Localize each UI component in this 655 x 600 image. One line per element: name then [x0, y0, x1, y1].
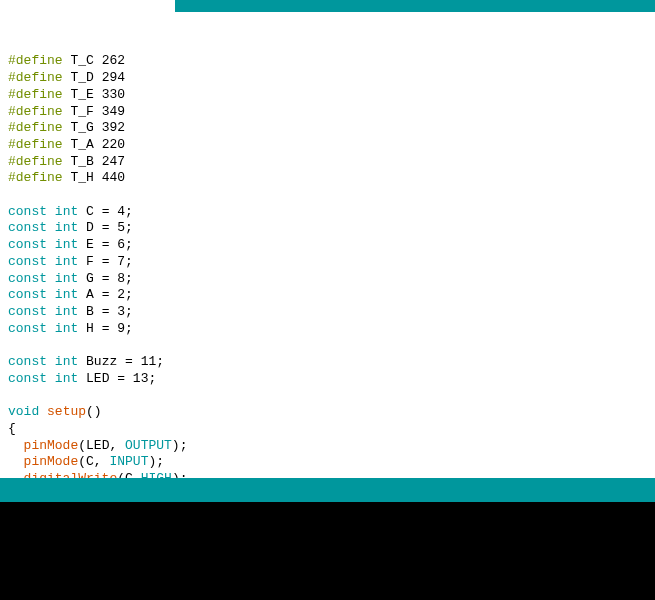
var-value: 7	[117, 254, 125, 269]
keyword: const	[8, 321, 47, 336]
preproc-keyword: #define	[8, 170, 63, 185]
code-line: const int H = 9;	[8, 321, 647, 338]
paren: )	[172, 471, 180, 478]
var-value: 11	[141, 354, 157, 369]
op: =	[94, 304, 117, 319]
op: =	[94, 321, 117, 336]
builtin-fn: pinMode	[24, 454, 79, 469]
macro-name: T_G	[70, 120, 93, 135]
macro-name: T_D	[70, 70, 93, 85]
arg: LED	[86, 438, 109, 453]
var-name: C	[86, 204, 94, 219]
semi: ;	[125, 271, 133, 286]
semi: ;	[180, 438, 188, 453]
var-name: LED	[86, 371, 109, 386]
semi: ;	[125, 254, 133, 269]
var-value: 6	[117, 237, 125, 252]
paren: )	[94, 404, 102, 419]
preproc-keyword: #define	[8, 104, 63, 119]
keyword: int	[55, 304, 78, 319]
indent	[8, 454, 24, 469]
code-line: const int C = 4;	[8, 204, 647, 221]
keyword: int	[55, 371, 78, 386]
var-name: B	[86, 304, 94, 319]
indent	[8, 438, 24, 453]
code-line: const int B = 3;	[8, 304, 647, 321]
macro-name: T_B	[70, 154, 93, 169]
macro-name: T_E	[70, 87, 93, 102]
builtin-fn: digitalWrite	[24, 471, 118, 478]
active-tab[interactable]	[0, 0, 175, 12]
code-line: const int G = 8;	[8, 271, 647, 288]
comma: ,	[109, 438, 125, 453]
var-name: Buzz	[86, 354, 117, 369]
semi: ;	[156, 454, 164, 469]
code-line: #define T_A 220	[8, 137, 647, 154]
var-value: 2	[117, 287, 125, 302]
macro-value: 440	[102, 170, 125, 185]
arg: C	[86, 454, 94, 469]
code-line: const int Buzz = 11;	[8, 354, 647, 371]
keyword: const	[8, 271, 47, 286]
arg: HIGH	[141, 471, 172, 478]
code-line: void setup()	[8, 404, 647, 421]
keyword: const	[8, 354, 47, 369]
semi: ;	[125, 304, 133, 319]
keyword: void	[8, 404, 39, 419]
macro-name: T_C	[70, 53, 93, 68]
keyword: const	[8, 287, 47, 302]
blank-line	[8, 37, 647, 54]
indent	[8, 471, 24, 478]
op: =	[94, 287, 117, 302]
code-line: #define T_C 262	[8, 53, 647, 70]
macro-name: T_H	[70, 170, 93, 185]
paren: (	[78, 438, 86, 453]
var-name: D	[86, 220, 94, 235]
keyword: const	[8, 204, 47, 219]
code-line: digitalWrite(C,HIGH);	[8, 471, 647, 478]
code-line: #define T_D 294	[8, 70, 647, 87]
preproc-keyword: #define	[8, 87, 63, 102]
code-line: #define T_H 440	[8, 170, 647, 187]
code-line: #define T_E 330	[8, 87, 647, 104]
keyword: int	[55, 204, 78, 219]
paren: (	[86, 404, 94, 419]
console-panel[interactable]	[0, 502, 655, 600]
builtin-fn: pinMode	[24, 438, 79, 453]
preproc-keyword: #define	[8, 137, 63, 152]
preproc-keyword: #define	[8, 53, 63, 68]
semi: ;	[180, 471, 188, 478]
keyword: int	[55, 254, 78, 269]
op: =	[94, 220, 117, 235]
keyword: int	[55, 220, 78, 235]
op: =	[117, 354, 140, 369]
status-bar	[0, 478, 655, 502]
tab-bar	[0, 0, 655, 12]
macro-value: 220	[102, 137, 125, 152]
semi: ;	[125, 237, 133, 252]
comma: ,	[94, 454, 110, 469]
code-line: const int D = 5;	[8, 220, 647, 237]
var-name: H	[86, 321, 94, 336]
arg: C	[125, 471, 133, 478]
blank-line	[8, 187, 647, 204]
code-line: {	[8, 421, 647, 438]
comma: ,	[133, 471, 141, 478]
function-name: setup	[47, 404, 86, 419]
brace: {	[8, 421, 16, 436]
macro-value: 392	[102, 120, 125, 135]
op: =	[94, 254, 117, 269]
paren: (	[78, 454, 86, 469]
code-line: pinMode(LED, OUTPUT);	[8, 438, 647, 455]
keyword: const	[8, 237, 47, 252]
code-editor[interactable]: #define T_C 262 #define T_D 294 #define …	[0, 12, 655, 478]
semi: ;	[148, 371, 156, 386]
semi: ;	[156, 354, 164, 369]
macro-name: T_F	[70, 104, 93, 119]
semi: ;	[125, 287, 133, 302]
var-value: 13	[133, 371, 149, 386]
var-value: 8	[117, 271, 125, 286]
keyword: int	[55, 237, 78, 252]
semi: ;	[125, 204, 133, 219]
var-name: E	[86, 237, 94, 252]
